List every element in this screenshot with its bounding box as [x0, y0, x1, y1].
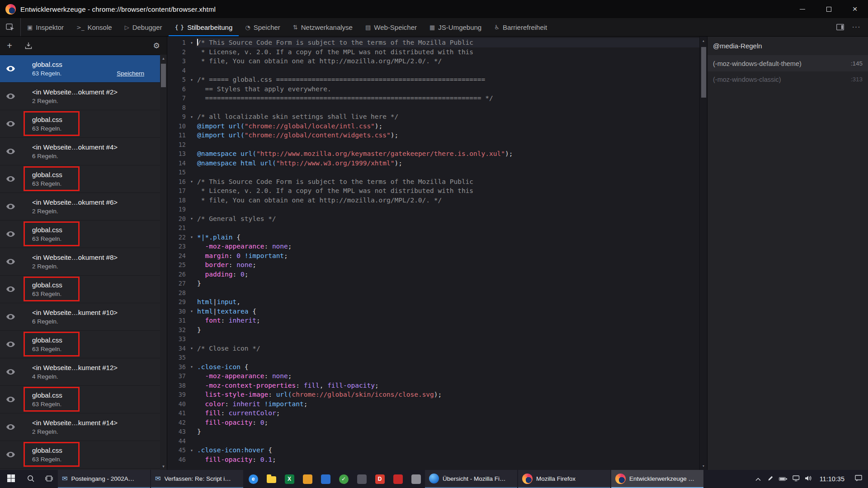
- save-link[interactable]: Speichern: [117, 70, 144, 77]
- code-line[interactable]: 26 padding: 0;: [167, 270, 699, 279]
- fold-marker[interactable]: ▾: [187, 346, 196, 351]
- code-line[interactable]: 15: [167, 168, 699, 177]
- stylesheet-item[interactable]: global.css63 Regeln.: [0, 331, 167, 358]
- code-line[interactable]: 16▾/* This Source Code Form is subject t…: [167, 177, 699, 187]
- line-number[interactable]: 31: [167, 317, 187, 324]
- tray-battery-button[interactable]: [777, 470, 790, 488]
- pinned-explorer-folder-icon[interactable]: [262, 470, 280, 488]
- visibility-eye-icon[interactable]: [0, 259, 21, 264]
- code-line[interactable]: 42 fill-opacity: 0;: [167, 418, 699, 427]
- node-picker-button[interactable]: [0, 18, 21, 36]
- editor-scroll-down-icon[interactable]: ▾: [700, 463, 707, 469]
- line-number[interactable]: 7: [167, 94, 187, 102]
- line-number[interactable]: 36: [167, 363, 187, 371]
- code-text[interactable]: color: inherit !important;: [196, 399, 699, 409]
- code-line[interactable]: 21: [167, 223, 699, 233]
- fold-marker[interactable]: ▾: [187, 309, 196, 314]
- code-line[interactable]: 11@import url("chrome://global/content/w…: [167, 131, 699, 140]
- line-number[interactable]: 22: [167, 234, 187, 241]
- code-text[interactable]: -moz-context-properties: fill, fill-opac…: [196, 381, 699, 390]
- code-line[interactable]: 41 fill: currentColor;: [167, 408, 699, 418]
- pinned-gray-app-icon[interactable]: [407, 470, 425, 488]
- line-number[interactable]: 2: [167, 48, 187, 56]
- visibility-eye-icon[interactable]: [0, 231, 21, 237]
- stylesheet-item[interactable]: global.css63 Regeln.: [0, 441, 167, 469]
- new-stylesheet-button[interactable]: +: [0, 37, 19, 55]
- pinned-red-app-icon[interactable]: [389, 470, 407, 488]
- editor-scroll-up-icon[interactable]: ▴: [700, 38, 707, 43]
- line-number[interactable]: 44: [167, 437, 187, 445]
- line-number[interactable]: 4: [167, 67, 187, 74]
- pinned-orange-app-icon[interactable]: [298, 470, 316, 488]
- close-button[interactable]: ×: [842, 0, 868, 18]
- fold-marker[interactable]: ▾: [187, 448, 196, 453]
- line-number[interactable]: 29: [167, 298, 187, 305]
- line-number[interactable]: 17: [167, 187, 187, 194]
- code-line[interactable]: 24 margin: 0 !important;: [167, 251, 699, 261]
- media-rule-row[interactable]: (-moz-windows-default-theme):145: [708, 56, 868, 71]
- visibility-eye-icon[interactable]: [0, 66, 21, 71]
- start-button[interactable]: [0, 470, 22, 488]
- code-line[interactable]: 34▾/* Close icon */: [167, 344, 699, 353]
- taskbar-window-mozilla-firefox[interactable]: Mozilla Firefox: [518, 470, 610, 488]
- code-text[interactable]: .close-icon {: [196, 362, 699, 372]
- line-number[interactable]: 25: [167, 261, 187, 268]
- visibility-eye-icon[interactable]: [0, 314, 21, 319]
- code-line[interactable]: 18 * file, You can obtain one at http://…: [167, 196, 699, 205]
- code-line[interactable]: 10@import url("chrome://global/locale/in…: [167, 122, 699, 131]
- visibility-eye-icon[interactable]: [0, 204, 21, 209]
- code-line[interactable]: 30▾html|textarea {: [167, 307, 699, 316]
- code-line[interactable]: 19: [167, 205, 699, 214]
- pinned-blue-app-icon[interactable]: [316, 470, 335, 488]
- pinned-edge-icon[interactable]: e: [244, 470, 262, 488]
- tray-network-button[interactable]: [790, 470, 802, 488]
- stylesheet-item[interactable]: <in Webseite…okument #6>2 Regeln.: [0, 193, 167, 221]
- code-line[interactable]: 14@namespace html url("http://www.w3.org…: [167, 159, 699, 168]
- editor-scrollbar[interactable]: ▴ ▾: [699, 37, 707, 470]
- code-line[interactable]: 17 * License, v. 2.0. If a copy of the M…: [167, 186, 699, 196]
- code-line[interactable]: 31 font: inherit;: [167, 316, 699, 325]
- search-button[interactable]: [22, 470, 40, 488]
- code-line[interactable]: 35: [167, 353, 699, 362]
- code-text[interactable]: /* This Source Code Form is subject to t…: [196, 177, 699, 187]
- code-text[interactable]: fill-opacity: 0.1;: [196, 455, 699, 465]
- visibility-eye-icon[interactable]: [0, 286, 21, 292]
- media-rule-row[interactable]: (-moz-windows-classic):313: [708, 71, 868, 87]
- line-number[interactable]: 39: [167, 391, 187, 398]
- taskbar-clock[interactable]: 11:10:35: [815, 475, 849, 483]
- code-text[interactable]: }: [196, 279, 699, 288]
- pinned-dark-app-icon[interactable]: [353, 470, 371, 488]
- visibility-eye-icon[interactable]: [0, 452, 21, 457]
- code-text[interactable]: html|textarea {: [196, 307, 699, 316]
- fold-marker[interactable]: ▾: [187, 77, 196, 82]
- tab-konsole[interactable]: >_Konsole: [70, 18, 118, 36]
- code-line[interactable]: 36▾.close-icon {: [167, 362, 699, 372]
- taskbar-window-verfassen-re-script-i[interactable]: ✉Verfassen: Re: Script i…: [151, 470, 243, 488]
- line-number[interactable]: 42: [167, 419, 187, 426]
- code-line[interactable]: 23 -moz-appearance: none;: [167, 242, 699, 251]
- line-number[interactable]: 15: [167, 169, 187, 176]
- code-text[interactable]: font: inherit;: [196, 316, 699, 325]
- tab-barrierefreiheit[interactable]: ♿Barrierefreiheit: [488, 18, 553, 36]
- line-number[interactable]: 10: [167, 122, 187, 130]
- code-text[interactable]: ========================================…: [196, 94, 699, 103]
- code-text[interactable]: .close-icon:hover {: [196, 446, 699, 455]
- options-gear-icon[interactable]: ⚙: [147, 37, 166, 55]
- code-line[interactable]: 43}: [167, 427, 699, 436]
- code-line[interactable]: 6 == Styles that apply everywhere.: [167, 84, 699, 94]
- code-area[interactable]: 1▾/* This Source Code Form is subject to…: [167, 37, 699, 470]
- editor-scroll-thumb[interactable]: [701, 47, 706, 98]
- line-number[interactable]: 41: [167, 409, 187, 417]
- visibility-eye-icon[interactable]: [0, 121, 21, 127]
- visibility-eye-icon[interactable]: [0, 176, 21, 182]
- line-number[interactable]: 26: [167, 271, 187, 278]
- taskbar-window-posteingang-2002a[interactable]: ✉Posteingang - 2002A…: [58, 470, 150, 488]
- line-number[interactable]: 37: [167, 372, 187, 380]
- tray-volume-button[interactable]: [802, 470, 815, 488]
- code-text[interactable]: * file, You can obtain one at http://moz…: [196, 56, 699, 66]
- stylesheet-item[interactable]: global.css63 Regeln.: [0, 276, 167, 303]
- stylesheet-item[interactable]: <in Webseite…okument #4>6 Regeln.: [0, 138, 167, 165]
- line-number[interactable]: 33: [167, 335, 187, 343]
- line-number[interactable]: 8: [167, 104, 187, 111]
- line-number[interactable]: 46: [167, 456, 187, 463]
